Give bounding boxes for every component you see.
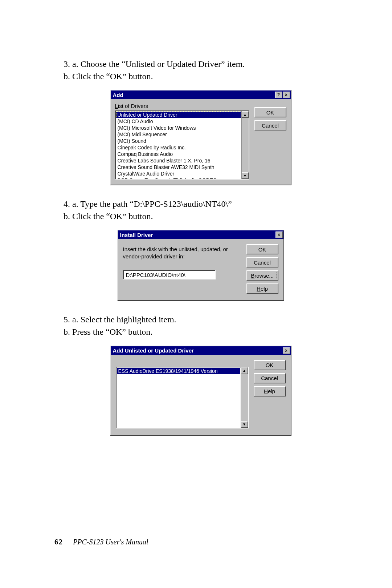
step-4-text: 4. a. Type the path “D:\PPC-S123\audio\N…: [64, 198, 338, 222]
dialog-title: Add Unlisted or Updated Driver: [113, 347, 194, 354]
list-item[interactable]: DSP Group TrueSpeech(TM) Audio CODEC: [116, 177, 241, 179]
driver-listbox[interactable]: Unlisted or Updated Driver (MCI) CD Audi…: [115, 110, 249, 180]
path-input[interactable]: D:\PPC103\AUDIO\nt40\: [123, 270, 216, 279]
dialog-title: Add: [113, 92, 123, 98]
scrollbar[interactable]: ▲ ▼: [241, 111, 249, 179]
help-button[interactable]: Help: [246, 283, 278, 294]
help-icon[interactable]: ?: [275, 92, 282, 98]
titlebar: Install Driver ×: [118, 230, 283, 239]
install-prompt: Insert the disk with the unlisted, updat…: [123, 246, 241, 260]
manual-name: PPC-S123 User's Manual: [73, 538, 148, 546]
titlebar: Add Unlisted or Updated Driver ×: [111, 346, 291, 355]
list-item[interactable]: Creative Sound Blaster AWE32 MIDI Synth: [116, 164, 241, 170]
ok-button[interactable]: OK: [254, 360, 286, 370]
list-item[interactable]: (MCI) Microsoft Video for Windows: [116, 125, 241, 131]
browse-button[interactable]: Browse...: [246, 270, 278, 281]
page-number: 62: [54, 538, 63, 546]
list-item[interactable]: ESS AudioDrive ES1938/1941/1946 Version: [117, 368, 240, 374]
ok-button[interactable]: OK: [246, 244, 278, 254]
scroll-up-icon[interactable]: ▲: [242, 111, 249, 118]
cancel-button[interactable]: Cancel: [254, 373, 286, 383]
list-item[interactable]: CrystalWare Audio Driver: [116, 170, 241, 177]
cancel-button[interactable]: Cancel: [254, 120, 286, 130]
list-item[interactable]: Creative Labs Sound Blaster 1.X, Pro, 16: [116, 157, 241, 164]
driver-listbox[interactable]: ESS AudioDrive ES1938/1941/1946 Version …: [116, 367, 249, 428]
list-item[interactable]: Unlisted or Updated Driver: [116, 112, 241, 118]
dialog-add-unlisted: Add Unlisted or Updated Driver × ESS Aud…: [110, 346, 291, 436]
list-item[interactable]: (MCI) CD Audio: [116, 118, 241, 125]
dialog-install-driver: Install Driver × Insert the disk with th…: [117, 230, 284, 301]
list-item[interactable]: (MCI) Midi Sequencer: [116, 131, 241, 138]
ok-button[interactable]: OK: [254, 107, 286, 117]
scrollbar[interactable]: ▲ ▼: [241, 367, 248, 428]
list-item[interactable]: (MCI) Sound: [116, 138, 241, 144]
step-3-text: 3. a. Choose the “Unlisted or Updated Dr…: [64, 58, 338, 82]
page-footer: 62 PPC-S123 User's Manual: [54, 538, 148, 546]
dialog-install-wrap: Install Driver × Insert the disk with th…: [64, 230, 338, 301]
scroll-down-icon[interactable]: ▼: [242, 172, 249, 179]
list-item[interactable]: Compaq Business Audio: [116, 151, 241, 157]
dialog-add-wrap: Add ? × List of Drivers Unlisted or Upda…: [64, 90, 338, 185]
titlebar: Add ? ×: [111, 90, 291, 99]
close-icon[interactable]: ×: [283, 347, 290, 354]
scroll-up-icon[interactable]: ▲: [241, 367, 248, 374]
list-item[interactable]: Cinepak Codec by Radius Inc.: [116, 144, 241, 151]
close-icon[interactable]: ×: [283, 92, 290, 98]
close-icon[interactable]: ×: [275, 231, 283, 238]
list-label: List of Drivers: [115, 103, 249, 109]
scroll-down-icon[interactable]: ▼: [241, 421, 248, 428]
dialog-title: Install Driver: [120, 232, 153, 238]
step-5-text: 5. a. Select the highlighted item. b. Pr…: [64, 314, 338, 338]
dialog-unlisted-wrap: Add Unlisted or Updated Driver × ESS Aud…: [64, 346, 338, 436]
cancel-button[interactable]: Cancel: [246, 257, 278, 267]
help-button[interactable]: Help: [254, 386, 286, 396]
dialog-add: Add ? × List of Drivers Unlisted or Upda…: [110, 90, 291, 185]
